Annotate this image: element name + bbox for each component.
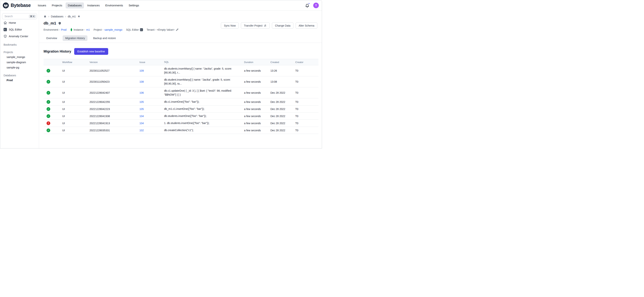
sql-editor-link[interactable]: SQL Editor >_ bbox=[126, 28, 143, 31]
migration-history-table: Workflow Version Issue SQL Duration Crea… bbox=[44, 59, 318, 134]
section-title: Migration History bbox=[44, 50, 71, 54]
table-row[interactable]: UI 20230111050423 108 db.student.insertM… bbox=[44, 76, 318, 87]
status-icon bbox=[46, 80, 50, 84]
status-icon bbox=[46, 107, 50, 111]
created-cell: Dec 28 2022 bbox=[270, 115, 295, 118]
avatar[interactable]: T bbox=[313, 3, 319, 8]
topnav-right: T bbox=[305, 3, 319, 8]
column-header-sql: SQL bbox=[164, 60, 244, 64]
status-icon bbox=[46, 69, 50, 73]
establish-baseline-button[interactable]: Establish new baseline bbox=[74, 48, 108, 55]
created-cell: Dec 28 2022 bbox=[270, 91, 295, 94]
environment-link[interactable]: Prod bbox=[61, 28, 66, 31]
status-icon bbox=[46, 91, 50, 95]
sidebar-item-home[interactable]: Home bbox=[2, 20, 37, 26]
table-row[interactable]: UI 20221228041938 104 db.students.insert… bbox=[44, 113, 318, 120]
issue-link[interactable]: 106 bbox=[140, 91, 144, 94]
tab[interactable]: Migration History bbox=[62, 35, 88, 41]
terminal-icon: >_ bbox=[4, 28, 7, 31]
bytebase-logo[interactable]: Bytebase bbox=[2, 2, 31, 9]
issue-link[interactable]: 102 bbox=[140, 129, 144, 132]
sql-cell: db.c1.insertOne({"foo": "bar"}); bbox=[164, 100, 244, 104]
creator-cell: T0 bbox=[295, 115, 318, 118]
column-header-created: Created bbox=[270, 61, 295, 64]
nav-item[interactable]: Projects bbox=[50, 3, 64, 9]
transfer-project-button[interactable]: Transfer Project bbox=[241, 23, 270, 29]
search-input[interactable] bbox=[4, 15, 28, 18]
nav-item[interactable]: Settings bbox=[126, 3, 141, 9]
table-row[interactable]: UI 20221228035331 102 db.createCollectio… bbox=[44, 127, 318, 134]
version-cell: 20221228042407 bbox=[90, 91, 140, 94]
status-icon bbox=[46, 114, 50, 118]
alter-schema-button[interactable]: Alter Schema bbox=[296, 23, 317, 29]
sidebar-item-anomaly-center[interactable]: Anomaly Center bbox=[2, 33, 37, 40]
page-title: db_m1 bbox=[44, 21, 56, 26]
change-data-button[interactable]: Change Data bbox=[272, 23, 294, 29]
table-row[interactable]: UI 20221228042407 106 db.c1.updateOne( {… bbox=[44, 87, 318, 98]
project-link[interactable]: sample_mongo bbox=[104, 28, 122, 31]
breadcrumb-item-databases[interactable]: Databases bbox=[51, 15, 63, 18]
issue-link[interactable]: 108 bbox=[140, 80, 144, 83]
project-label: Project - bbox=[94, 28, 103, 31]
workflow-cell: UI bbox=[62, 122, 90, 125]
workflow-cell: UI bbox=[62, 80, 90, 83]
sql-editor-label: SQL Editor bbox=[126, 28, 139, 31]
sidebar-project-item[interactable]: sample-diagram bbox=[2, 60, 37, 65]
nav-item[interactable]: Issues bbox=[36, 3, 48, 9]
duration-cell: a few seconds bbox=[244, 115, 270, 118]
mongodb-leaf-icon bbox=[70, 28, 72, 32]
table-row[interactable]: UI 20221228042255 105 db.c1.insertOne({"… bbox=[44, 98, 318, 106]
nav-item[interactable]: Instances bbox=[85, 3, 102, 9]
created-cell: 13:08 bbox=[270, 80, 295, 83]
terminal-icon: >_ bbox=[140, 28, 143, 31]
sidebar-item-sql-editor[interactable]: >_ SQL Editor bbox=[2, 26, 37, 33]
sidebar-database-item[interactable]: Prod bbox=[2, 78, 37, 83]
duration-cell: a few seconds bbox=[244, 80, 270, 83]
sidebar-database-list: Prod bbox=[2, 78, 37, 83]
content-area: Migration History Establish new baseline… bbox=[39, 43, 322, 148]
favorite-star-icon[interactable]: ★ bbox=[77, 15, 80, 18]
home-icon bbox=[4, 21, 7, 25]
instance-label: Instance - bbox=[74, 28, 85, 31]
breadcrumb-item-current: db_m1 bbox=[68, 15, 76, 18]
table-row[interactable]: UI 20221228042223 105 db_m1.c1.insertOne… bbox=[44, 106, 318, 113]
duration-cell: a few seconds bbox=[244, 91, 270, 94]
column-header-creator: Creator bbox=[295, 61, 318, 64]
notification-bell-icon[interactable] bbox=[305, 3, 310, 8]
breadcrumb-home-icon[interactable] bbox=[44, 15, 46, 18]
status-icon bbox=[46, 129, 50, 132]
sync-now-button[interactable]: Sync Now bbox=[221, 23, 239, 29]
sidebar: ⌘ K Home >_ SQL Editor bbox=[0, 11, 39, 148]
table-row[interactable]: UI 20221228041913 104 1. db.students.ins… bbox=[44, 120, 318, 127]
instance-link[interactable]: m1 bbox=[86, 28, 90, 31]
environment-label: Environment - bbox=[44, 28, 60, 31]
table-row[interactable]: UI 20230111052527 109 db.students.insert… bbox=[44, 65, 318, 76]
version-cell: 20221228041938 bbox=[90, 115, 140, 118]
creator-cell: T0 bbox=[295, 100, 318, 103]
workflow-cell: UI bbox=[62, 108, 90, 111]
edit-pencil-icon[interactable] bbox=[176, 28, 179, 31]
version-cell: 20230111052527 bbox=[90, 69, 140, 72]
issue-link[interactable]: 105 bbox=[140, 100, 144, 103]
creator-cell: T0 bbox=[295, 80, 318, 83]
tab[interactable]: Overview bbox=[44, 35, 60, 41]
created-cell: Dec 28 2022 bbox=[270, 100, 295, 103]
sidebar-section-bookmarks: Bookmarks bbox=[2, 43, 37, 47]
issue-link[interactable]: 104 bbox=[140, 115, 144, 118]
sidebar-section-projects: Projects bbox=[2, 50, 37, 55]
breadcrumb-separator: › bbox=[65, 15, 66, 18]
sidebar-project-item[interactable]: sample-pg bbox=[2, 65, 37, 70]
status-icon bbox=[46, 121, 50, 125]
creator-cell: T0 bbox=[295, 91, 318, 94]
nav-item[interactable]: Environments bbox=[103, 3, 125, 9]
issue-link[interactable]: 109 bbox=[140, 69, 144, 72]
workflow-cell: UI bbox=[62, 91, 90, 94]
issue-link[interactable]: 104 bbox=[140, 122, 144, 125]
sidebar-project-item[interactable]: sample_mongo bbox=[2, 55, 37, 60]
issue-link[interactable]: 105 bbox=[140, 108, 144, 111]
nav-item[interactable]: Databases bbox=[66, 3, 84, 9]
main-panel: › Databases › db_m1 ★ db_m1 Environment … bbox=[39, 11, 322, 148]
tab[interactable]: Backup and restore bbox=[90, 35, 118, 41]
creator-cell: T0 bbox=[295, 129, 318, 132]
creator-cell: T0 bbox=[295, 108, 318, 111]
